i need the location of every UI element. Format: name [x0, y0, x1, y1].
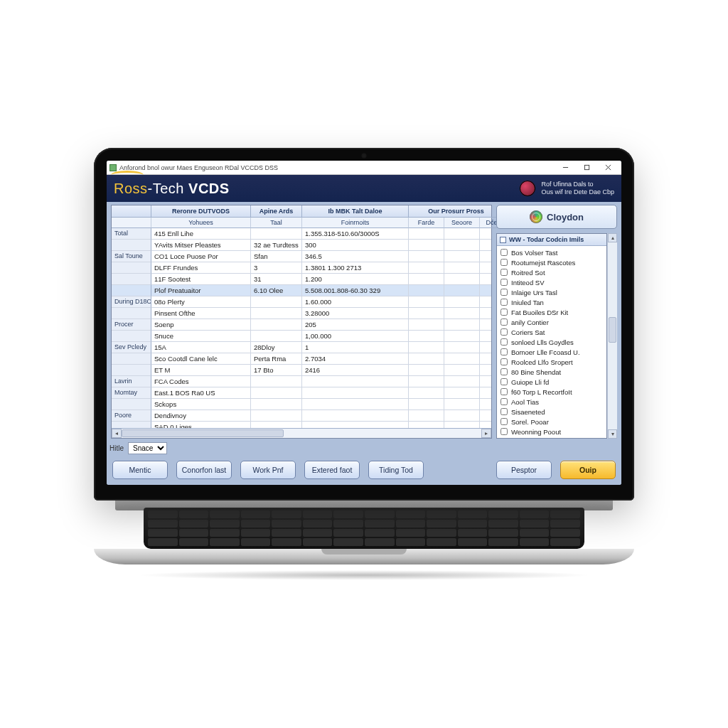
table-row[interactable]: During D18Ciee08o Plerty1.60.000: [112, 296, 491, 308]
table-row[interactable]: YAvits Mitser Pleastes32 ae Turdtess300: [112, 240, 491, 251]
table-cell: East.1 BOS Ra0 US: [151, 387, 251, 399]
checklist-checkbox[interactable]: [500, 318, 508, 326]
table-row[interactable]: MomtayEast.1 BOS Ra0 US: [112, 387, 491, 399]
checklist-item[interactable]: Iniuled Tan: [498, 297, 605, 307]
checklist-item[interactable]: Sorel. Pooar: [498, 417, 605, 427]
filter-select[interactable]: Snace: [128, 442, 167, 454]
checklist-item[interactable]: Inlaige Urs Tasl: [498, 287, 605, 297]
maximize-button[interactable]: [576, 161, 597, 174]
checklist-checkbox[interactable]: [500, 358, 508, 365]
checklist-body[interactable]: Bos Volser TastRootumejst RascotesRoitre…: [497, 246, 606, 438]
checklist-item[interactable]: Roolced Llfo Sropert: [498, 357, 605, 367]
checklist-item[interactable]: Coriers Sat: [498, 327, 605, 337]
table-row[interactable]: Pinsent Ofthe3.28000: [112, 308, 491, 319]
vscroll-thumb[interactable]: [609, 317, 616, 343]
table-row[interactable]: ET M17 Bto2416: [112, 365, 491, 376]
checklist-checkbox[interactable]: [500, 299, 508, 306]
checklist-item[interactable]: Bomoer Llle Fcoasd U.: [498, 347, 605, 357]
checklist-item[interactable]: f60 Torp L RecortfoIt: [498, 387, 605, 397]
checklist-item[interactable]: Rootumejst Rascotes: [498, 257, 605, 267]
checklist-checkbox[interactable]: [500, 259, 508, 266]
table-cell: Total: [112, 228, 151, 240]
scroll-track[interactable]: [122, 429, 481, 438]
checklist-label: Aool Tias: [511, 398, 539, 406]
table-row[interactable]: Sev Pcledy15A28Dloy1: [112, 342, 491, 353]
table-cell: [251, 308, 302, 319]
table-cell: 1.60.000: [302, 296, 409, 308]
checklist-checkbox[interactable]: [500, 328, 508, 336]
horizontal-scrollbar[interactable]: ◂ ▸: [112, 428, 491, 438]
checklist-checkbox[interactable]: [500, 348, 508, 355]
scroll-up-button[interactable]: ▴: [608, 233, 617, 242]
table-row[interactable]: Plof Preatuaitor6.10 Olee5.508.001.808-6…: [112, 285, 491, 296]
table-cell: [480, 422, 491, 428]
conorfon-last-button[interactable]: Conorfon last: [176, 461, 232, 479]
scroll-thumb[interactable]: [122, 429, 284, 437]
table-cell: 1.3801 1.300 2713: [302, 262, 409, 274]
table-row[interactable]: Total415 Enll Lihe1.355.318-510.60/3000S: [112, 228, 491, 240]
checklist-item[interactable]: Roitred Sot: [498, 267, 605, 277]
checklist-checkbox[interactable]: [500, 289, 508, 296]
table-row[interactable]: PooreDendivnoy: [112, 410, 491, 422]
checklist-item[interactable]: anily Contier: [498, 317, 605, 327]
checklist-item[interactable]: 80 Bine Shendat: [498, 367, 605, 377]
table-cell: [444, 319, 480, 331]
close-button[interactable]: [597, 161, 619, 174]
extered-faot-button[interactable]: Extered faot: [304, 461, 360, 479]
checklist-checkbox[interactable]: [500, 309, 508, 316]
scroll-right-button[interactable]: ▸: [481, 429, 491, 438]
data-grid[interactable]: Total415 Enll Lihe1.355.318-510.60/3000S…: [112, 228, 491, 428]
checklist-checkbox[interactable]: [500, 279, 508, 286]
checklist-checkbox[interactable]: [500, 338, 508, 346]
checklist-item[interactable]: Sisaeneted: [498, 407, 605, 417]
checklist-item[interactable]: Bos Volser Tast: [498, 247, 605, 257]
table-cell: Soenp: [151, 319, 251, 331]
table-row[interactable]: Sco Cootdl Cane lelcPerta Rma2.7034: [112, 353, 491, 365]
checklist-item[interactable]: sonloed Llls Goydles: [498, 337, 605, 347]
table-cell: [251, 410, 302, 422]
column-header-row-2[interactable]: Yohuees Taal Foinrnoits Farde Seoore Dće: [112, 218, 491, 228]
table-row[interactable]: Snuce1,00.000: [112, 331, 491, 342]
table-cell: [480, 342, 491, 353]
checklist-checkbox[interactable]: [500, 269, 508, 276]
checklist-checkbox[interactable]: [500, 368, 508, 375]
scroll-left-button[interactable]: ◂: [112, 429, 122, 438]
column-header-row-1[interactable]: Reronre DUTVODS Apine Ards Ib MBK Talt D…: [112, 205, 491, 218]
scroll-down-button[interactable]: ▾: [608, 429, 617, 439]
checklist-checkbox[interactable]: [500, 418, 508, 425]
checklist-checkbox[interactable]: [500, 388, 508, 395]
minimize-button[interactable]: [555, 161, 576, 174]
checklist-item[interactable]: Intiteod SV: [498, 277, 605, 287]
window-titlebar[interactable]: Anforond bnol owur Maes Enguseon RDal VC…: [107, 161, 621, 175]
checklist-checkbox[interactable]: [500, 249, 508, 256]
table-row[interactable]: 11F Sootest311.200: [112, 274, 491, 285]
table-cell: Dendivnoy: [151, 410, 251, 422]
table-cell: [409, 285, 444, 296]
checklist-checkbox[interactable]: [500, 408, 508, 415]
cloydon-button[interactable]: Cloydon: [496, 205, 617, 229]
checklist-checkbox[interactable]: [500, 398, 508, 405]
table-row[interactable]: LavrinFCA Codes: [112, 376, 491, 387]
checklist-item[interactable]: Fat Buoiles DSr Kit: [498, 307, 605, 317]
table-row[interactable]: ProcerSoenp205: [112, 319, 491, 331]
table-row[interactable]: DLFF Frundes31.3801 1.300 2713: [112, 262, 491, 274]
table-row[interactable]: Sckops: [112, 399, 491, 410]
checklist-item[interactable]: Guiope Lli fd: [498, 377, 605, 387]
vertical-scrollbar[interactable]: ▴ ▾: [607, 233, 617, 439]
checklist-checkbox[interactable]: [500, 428, 508, 435]
checklist-item[interactable]: Weonning Poout: [498, 427, 605, 437]
vscroll-track[interactable]: [608, 242, 617, 429]
ouip-button[interactable]: Ouip: [560, 461, 616, 479]
tiding-tod-button[interactable]: Tiding Tod: [368, 461, 424, 479]
table-row[interactable]: Sal TouneCO1 Loce Puose PorSfan346.5: [112, 251, 491, 262]
checklist-item[interactable]: Aool Tias: [498, 397, 605, 407]
table-cell: 1: [302, 342, 409, 353]
table-row[interactable]: SAD 0 Liges: [112, 422, 491, 428]
pesptor-button[interactable]: Pesptor: [496, 461, 552, 479]
table-cell: [444, 274, 480, 285]
checklist-checkbox[interactable]: [500, 378, 508, 385]
webcam: [361, 153, 367, 159]
work-pnf-button[interactable]: Work Pnf: [240, 461, 296, 479]
mentic-button[interactable]: Mentic: [112, 461, 168, 479]
table-cell: [444, 399, 480, 410]
